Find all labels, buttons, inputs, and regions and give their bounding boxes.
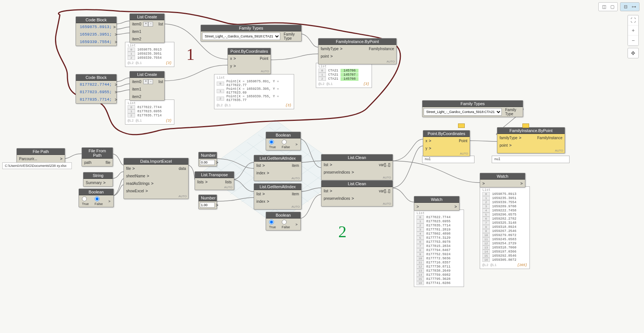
node-file-path[interactable]: File Path Parcourir...> [16,148,65,163]
family-type-select[interactable]: Street_Light_-_Gardco_Contura_5918:CTA21 [424,108,502,116]
code-line[interactable]: 8177835.7714; [78,97,113,102]
preview-family-instances: List 0CTA21145706 1CTA21145707 2CTA21145… [316,63,372,88]
port-label: lists [225,180,232,184]
radio-true[interactable]: True [269,220,280,229]
wire-style-icon[interactable]: ⊶ [631,4,637,10]
node-getitem-0[interactable]: List.GetItemAtIndex list>index>item AUTO [254,155,302,181]
box-icon[interactable]: ▢ [609,4,616,10]
node-number-1[interactable]: Number > [198,195,217,209]
port-label: var[]..[] [379,163,390,167]
node-code-block-1[interactable]: Code Block 1659875.8913;> 1659235.3951;>… [76,16,117,46]
file-path-display: C:\Users\AVESIG\Documents\238 xy.xlsx [2,162,72,169]
port-label: item0 [132,22,141,26]
node-family-types-1[interactable]: Family Types Street_Light_-_Gardco_Contu… [201,25,302,42]
port-label: familyType [321,47,339,51]
port-style-icon[interactable]: ⊟ [622,4,629,10]
radio-false[interactable]: False [282,220,293,229]
radio-true[interactable]: True [269,140,280,149]
port-label: preserveIndices [324,170,350,174]
number-input[interactable] [200,160,215,165]
zoom-in-icon[interactable]: + [628,25,638,36]
radio-true[interactable]: True [82,196,92,206]
node-code-block-2[interactable]: Code Block 8177822.7744;> 8177823.6955;>… [76,74,117,104]
code-line[interactable]: 8177822.7744; [78,82,113,87]
node-boolean-top[interactable]: Boolean TrueFalse> [266,132,301,150]
radio-false[interactable]: False [282,140,293,149]
node-title: FamilyInstance.ByPoint [318,39,396,45]
code-line[interactable]: 8177823.6955; [78,89,113,95]
port-label: item0 [132,80,141,84]
lacing-label: AUTO [124,195,188,199]
radio-false[interactable]: False [95,196,106,206]
preview-watch-x: List 01659875.891311659235.395121659339.… [480,186,530,269]
node-list-clean-1[interactable]: List.Clean list>preserveIndices>var[]..[… [321,180,393,207]
remove-port-button[interactable]: - [148,79,153,84]
node-getitem-1[interactable]: List.GetItemAtIndex list>index>item AUTO [254,183,302,210]
node-watch-x[interactable]: Watch >> [480,173,525,187]
port-label: point [321,54,329,58]
node-title: File From Path [82,148,113,159]
node-title: Number [199,195,217,201]
string-value[interactable]: Summary [86,181,102,185]
lacing-label: AUTO [497,149,565,153]
node-import-excel[interactable]: Data.ImportExcel file> sheetName> readAs… [123,158,189,199]
node-string[interactable]: String Summary> [83,172,113,187]
port-label: y [230,64,232,68]
note-pin-icon[interactable] [458,123,465,128]
port-label: list [256,164,261,168]
preview-nul-1: nul [422,156,474,163]
node-boolean-1[interactable]: Boolean TrueFalse> [79,189,114,207]
browse-button[interactable]: Parcourir... [19,157,37,161]
node-title: Watch [480,173,525,180]
zoom-out-icon[interactable]: − [628,36,638,46]
port-label: lists [197,180,204,184]
port-label: file [126,166,131,171]
preview-nul-2: nul [492,156,570,163]
node-title: Boolean [266,132,300,138]
node-family-instance-bypoint-2[interactable]: FamilyInstance.ByPoint familyType>point>… [497,127,565,153]
remove-port-button[interactable]: - [148,22,153,27]
node-title: Boolean [266,212,300,219]
node-list-create-1[interactable]: List Create item0+- item1 item2 list [129,13,165,43]
node-title: Family Types [201,25,301,31]
node-file-from-path[interactable]: File From Path pathfile [82,147,113,166]
add-port-button[interactable]: + [143,79,148,84]
node-family-types-2[interactable]: Family Types Street_Light_-_Gardco_Contu… [422,100,523,117]
annotation-2: 2 [338,222,347,241]
node-title: List.GetItemAtIndex [254,155,301,162]
node-title: List.Clean [321,181,393,187]
note-pin-icon[interactable] [522,123,529,128]
pan-icon[interactable]: ✥ [628,48,639,58]
port-label: list [324,163,328,167]
port-label: item [292,192,299,196]
node-point-bycoords-2[interactable]: Point.ByCoordinates x>y>Point AUTO [423,130,470,156]
node-watch-y[interactable]: Watch >> [414,196,460,211]
lacing-label: AUTO [321,202,393,206]
fit-icon[interactable]: ⛶ [628,15,638,25]
port-label: list [256,192,261,196]
number-input[interactable] [200,202,215,208]
port-label: showExcel [126,189,144,193]
add-port-button[interactable]: + [143,22,148,27]
code-line[interactable]: 1659875.8913; [78,24,112,30]
node-list-create-2[interactable]: List Create item0+- item1 item2 list [129,71,165,101]
code-line[interactable]: 1659235.3951; [78,32,113,37]
node-list-clean-0[interactable]: List.Clean list>preserveIndices>var[]..[… [321,154,393,180]
port-label: y [425,146,427,150]
family-type-select[interactable]: Street_Light_-_Gardco_Contura_5918:CTA21 [202,33,280,40]
preview-list-2: List 08177822.7744 18177823.6955 2817783… [125,100,174,125]
node-point-bycoords-1[interactable]: Point.ByCoordinates x> y> Point AUTO [228,48,271,74]
node-title: Point.ByCoordinates [423,131,470,137]
node-boolean-bottom[interactable]: Boolean TrueFalse> [266,212,301,230]
code-line[interactable]: 1659339.7554; [78,39,113,45]
node-number-0[interactable]: Number > [198,152,217,166]
preview-points: List 0Point(X = 1659875.891, Y = 8177822… [214,74,294,109]
zoom-tools: ⛶ + − [628,15,639,46]
annotation-1: 1 [186,45,195,64]
port-label: Family Type [505,108,521,116]
cube-icon[interactable]: ◫ [601,4,607,10]
node-family-instance-bypoint-1[interactable]: FamilyInstance.ByPoint familyType> point… [318,38,397,64]
port-label: data [179,166,186,171]
node-list-transpose[interactable]: List.Transpose lists>lists AUTO [195,171,234,190]
port-label: path [84,161,91,165]
